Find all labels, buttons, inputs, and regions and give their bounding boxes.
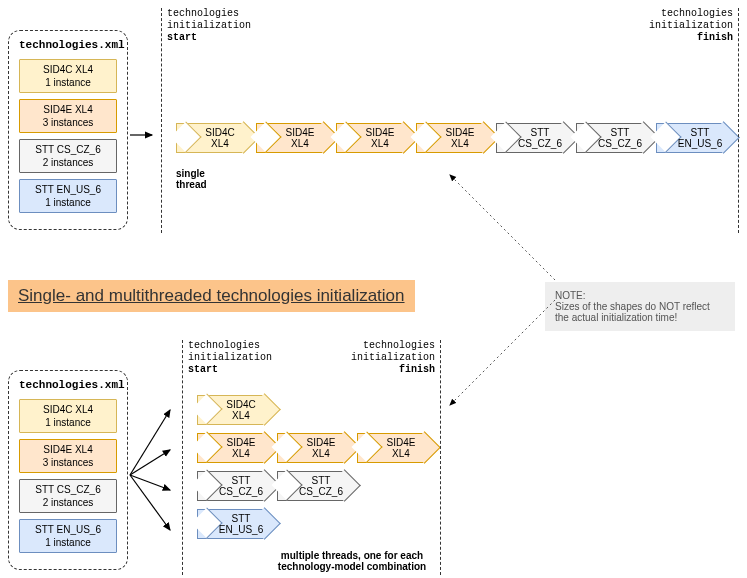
- init-step: STTEN_US_6: [197, 509, 275, 539]
- arrow-fanout: [128, 395, 178, 555]
- tech-item: STT EN_US_61 instance: [19, 179, 117, 213]
- init-step: SID4EXL4: [357, 433, 435, 463]
- init-step: SID4CXL4: [176, 123, 254, 153]
- init-step: STTCS_CZ_6: [496, 123, 574, 153]
- xml-filename: technologies.xml: [19, 379, 117, 391]
- tech-item: SID4C XL41 instance: [19, 59, 117, 93]
- init-step: SID4EXL4: [416, 123, 494, 153]
- multi-thread-caption: multiple threads, one for each technolog…: [262, 550, 442, 572]
- init-step: SID4EXL4: [197, 433, 275, 463]
- xml-box-bottom: technologies.xml SID4C XL41 instanceSID4…: [8, 370, 128, 570]
- init-step: STTCS_CZ_6: [197, 471, 275, 501]
- phase-finish-label-top: technologies initialization finish: [643, 8, 733, 44]
- init-step: SID4CXL4: [197, 395, 275, 425]
- tech-item: SID4E XL43 instances: [19, 439, 117, 473]
- phase-finish-label-bottom: technologies initialization finish: [345, 340, 435, 376]
- note-title: NOTE:: [555, 290, 725, 301]
- svg-line-5: [130, 475, 170, 490]
- init-step: SID4EXL4: [277, 433, 355, 463]
- init-step: STTEN_US_6: [656, 123, 734, 153]
- svg-line-2: [450, 300, 555, 405]
- init-step: SID4EXL4: [336, 123, 414, 153]
- init-step: STTCS_CZ_6: [576, 123, 654, 153]
- xml-box-top: technologies.xml SID4C XL41 instanceSID4…: [8, 30, 128, 230]
- note-box: NOTE: Sizes of the shapes do NOT reflect…: [545, 282, 735, 331]
- title-banner: Single- and multithreaded technologies i…: [8, 280, 415, 312]
- xml-filename: technologies.xml: [19, 39, 117, 51]
- note-body: Sizes of the shapes do NOT reflect the a…: [555, 301, 725, 323]
- init-step: SID4EXL4: [256, 123, 334, 153]
- svg-line-4: [130, 450, 170, 475]
- arrow-xml-to-timeline-top: [128, 125, 158, 145]
- vline-start-bottom: [182, 340, 183, 575]
- vline-finish-bottom: [440, 340, 441, 575]
- tech-item: SID4E XL43 instances: [19, 99, 117, 133]
- vline-finish-top: [738, 8, 739, 233]
- init-step: STTCS_CZ_6: [277, 471, 355, 501]
- phase-start-label-bottom: technologies initialization start: [188, 340, 272, 376]
- tech-item: STT CS_CZ_62 instances: [19, 479, 117, 513]
- vline-start-top: [161, 8, 162, 233]
- svg-line-6: [130, 475, 170, 530]
- svg-line-3: [130, 410, 170, 475]
- tech-item: SID4C XL41 instance: [19, 399, 117, 433]
- svg-line-1: [450, 175, 555, 280]
- phase-start-label-top: technologies initialization start: [167, 8, 251, 44]
- tech-item: STT EN_US_61 instance: [19, 519, 117, 553]
- tech-item: STT CS_CZ_62 instances: [19, 139, 117, 173]
- single-thread-caption: single thread: [176, 168, 207, 190]
